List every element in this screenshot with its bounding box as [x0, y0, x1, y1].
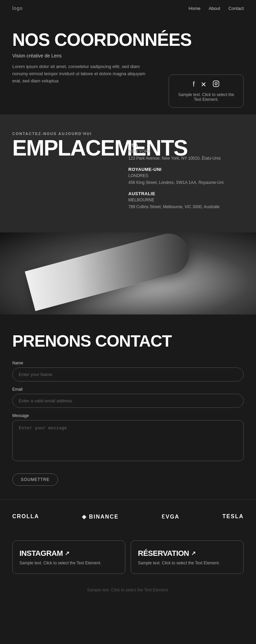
social-sample-text: Sample text. Click to select the Text El…	[176, 92, 237, 102]
locations-section: CONTACTEZ-NOUS AUJOURD'HUI EMPLACEMENTS …	[0, 115, 256, 232]
social-icons: f ✕	[176, 80, 237, 89]
name-label: Name	[12, 361, 244, 365]
navbar: logo Home About Contact	[0, 0, 256, 16]
location-address-australia: 789 Collins Street, Melbourne, VIC 3000,…	[128, 204, 244, 210]
hero-title: NOS COORDONNÉES	[12, 30, 244, 50]
locations-label: CONTACTEZ-NOUS AUJOURD'HUI	[12, 132, 244, 136]
email-group: Email	[12, 387, 244, 408]
brand-binance: ◈ BINANCE	[82, 513, 118, 520]
footer-card-reservation-title: RÉSERVATION ↗	[138, 549, 237, 558]
email-label: Email	[12, 387, 244, 392]
message-group: Message	[12, 413, 244, 462]
twitter-icon[interactable]: ✕	[201, 80, 207, 89]
location-address-uk: 456 King Street, Londres, SW1A 1AA, Roya…	[128, 179, 244, 186]
location-city-australia: MELBOURNE	[128, 198, 244, 202]
location-city-uk: LONDRES	[128, 173, 244, 178]
footer-card-reservation[interactable]: RÉSERVATION ↗ Sample text. Click to sele…	[131, 540, 244, 574]
footer-bottom: Sample text. Click to select the Text El…	[0, 581, 256, 599]
svg-point-2	[217, 82, 218, 82]
location-australia: AUSTRALIE MELBOURNE 789 Collins Street, …	[128, 191, 244, 210]
hero-section: NOS COORDONNÉES Vision créative de Lens …	[0, 16, 256, 115]
social-box: f ✕ Sample text. Click to select the Tex…	[169, 75, 244, 108]
name-group: Name	[12, 361, 244, 381]
email-input[interactable]	[12, 394, 244, 408]
location-country-uk: ROYAUME-UNI	[128, 167, 244, 172]
hero-subtitle: Vision créative de Lens	[12, 53, 244, 58]
navbar-logo: logo	[12, 5, 23, 11]
locations-title: EMPLACEMENTS	[12, 137, 125, 159]
instagram-icon[interactable]	[213, 80, 219, 89]
knife-decoration	[25, 232, 194, 311]
footer-cards: INSTAGRAM ↗ Sample text. Click to select…	[0, 534, 256, 581]
location-address-usa: 123 Park Avenue, New York, NY 10010, Éta…	[128, 155, 244, 161]
name-input[interactable]	[12, 367, 244, 381]
footer-card-reservation-text: Sample text. Click to select the Text El…	[138, 561, 237, 565]
hero-description: Lorem ipsum dolor sit amet, consetetur s…	[12, 63, 149, 84]
facebook-icon[interactable]: f	[193, 80, 195, 89]
nav-about[interactable]: About	[209, 6, 220, 11]
submit-button[interactable]: SOUMETTRE	[12, 473, 58, 486]
footer-bottom-text: Sample text. Click to select the Text El…	[12, 588, 244, 592]
location-uk: ROYAUME-UNI LONDRES 456 King Street, Lon…	[128, 167, 244, 186]
contact-section: PRENONS CONTACT Name Email Message SOUME…	[0, 314, 256, 499]
brand-evga: ƐVGA	[161, 513, 180, 520]
location-country-usa: USA	[128, 143, 244, 148]
image-background	[0, 232, 256, 314]
brand-tesla: TESLA	[223, 513, 244, 520]
hero-image	[0, 232, 256, 314]
reservation-arrow-icon: ↗	[191, 550, 196, 556]
navbar-links: Home About Contact	[189, 6, 244, 11]
message-label: Message	[12, 413, 244, 418]
locations-layout: EMPLACEMENTS USA NEW YORK 123 Park Avenu…	[12, 137, 244, 215]
footer-card-instagram-title: INSTAGRAM ↗	[19, 549, 118, 558]
locations-right: USA NEW YORK 123 Park Avenue, New York, …	[125, 137, 244, 215]
location-city-usa: NEW YORK	[128, 149, 244, 154]
nav-home[interactable]: Home	[189, 6, 201, 11]
contact-form: Name Email Message SOUMETTRE	[12, 361, 244, 486]
nav-contact[interactable]: Contact	[228, 6, 244, 11]
location-country-australia: AUSTRALIE	[128, 191, 244, 196]
instagram-arrow-icon: ↗	[65, 550, 69, 556]
message-textarea[interactable]	[12, 420, 244, 461]
footer-card-instagram-text: Sample text. Click to select the Text El…	[19, 561, 118, 565]
contact-title: PRENONS CONTACT	[12, 332, 244, 350]
brand-crolla: CROLLA	[12, 513, 39, 520]
svg-rect-0	[213, 81, 219, 86]
footer-card-instagram[interactable]: INSTAGRAM ↗ Sample text. Click to select…	[12, 540, 125, 574]
location-usa: USA NEW YORK 123 Park Avenue, New York, …	[128, 143, 244, 161]
brands-section: CROLLA ◈ BINANCE ƐVGA TESLA	[0, 499, 256, 534]
svg-point-1	[215, 82, 217, 85]
